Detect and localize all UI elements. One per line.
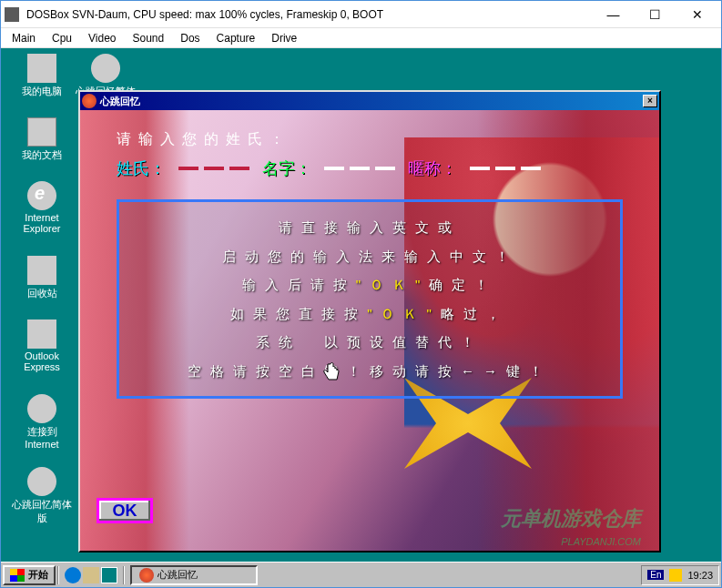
given-name-label: 名字： bbox=[262, 157, 311, 179]
quicklaunch-desktop-icon[interactable] bbox=[101, 567, 117, 583]
windows-flag-icon bbox=[10, 569, 25, 582]
menu-capture[interactable]: Capture bbox=[209, 30, 263, 46]
titlebar: DOSBox SVN-Daum, CPU speed: max 100% cyc… bbox=[1, 1, 721, 28]
icon-connect[interactable]: 连接到 Internet bbox=[10, 394, 74, 450]
icon-my-documents[interactable]: 我的文档 bbox=[10, 117, 74, 162]
window-title: DOSBox SVN-Daum, CPU speed: max 100% cyc… bbox=[26, 8, 593, 21]
system-tray: En 19:23 bbox=[641, 565, 719, 585]
icon-label: 回收站 bbox=[27, 287, 57, 300]
ok-button[interactable]: OK bbox=[97, 498, 153, 523]
app-icon bbox=[5, 7, 19, 22]
help-line: 系统 以预设值替代！ bbox=[127, 328, 613, 357]
separator bbox=[57, 566, 59, 584]
menu-sound[interactable]: Sound bbox=[126, 30, 172, 46]
menu-main[interactable]: Main bbox=[5, 30, 43, 46]
task-label: 心跳回忆 bbox=[158, 568, 198, 582]
start-button[interactable]: 开始 bbox=[3, 565, 56, 585]
clock[interactable]: 19:23 bbox=[687, 570, 713, 581]
icon-ie[interactable]: Internet Explorer bbox=[10, 181, 74, 234]
app-window: DOSBox SVN-Daum, CPU speed: max 100% cyc… bbox=[0, 0, 722, 588]
help-line: 输入后请按"ＯＫ"确定！ bbox=[127, 270, 613, 299]
help-line: 启动您的输入法来输入中文！ bbox=[127, 242, 613, 271]
close-button[interactable]: ✕ bbox=[676, 2, 717, 27]
nickname-input[interactable] bbox=[470, 167, 541, 170]
menubar: Main Cpu Video Sound Dos Capture Drive bbox=[1, 28, 721, 48]
menu-video[interactable]: Video bbox=[81, 30, 123, 46]
nickname-label: 暱称： bbox=[408, 157, 457, 179]
volume-icon[interactable] bbox=[669, 569, 682, 582]
minimize-button[interactable]: — bbox=[593, 2, 634, 27]
computer-icon bbox=[27, 54, 56, 83]
icon-label: Internet Explorer bbox=[10, 212, 74, 234]
given-name-input[interactable] bbox=[324, 167, 395, 170]
game-titlebar[interactable]: 心跳回忆 × bbox=[80, 92, 659, 110]
name-fields: 姓氏： 名字： 暱称： bbox=[117, 157, 623, 179]
desktop[interactable]: 我的电脑 心跳回忆繁体 我的文档 Internet Explorer 回收站 O… bbox=[1, 48, 721, 587]
game-window: 心跳回忆 × 请输入您的姓氏： 姓氏： 名字： bbox=[78, 90, 661, 553]
help-line: 如果您直接按"ＯＫ"略过， bbox=[127, 299, 613, 329]
help-line: 空格请按空白键！移动请按←→键！ bbox=[127, 357, 613, 386]
icon-label: Outlook Express bbox=[10, 350, 74, 372]
game-icon bbox=[91, 54, 120, 83]
game-icon bbox=[139, 568, 154, 583]
watermark-url: PLAYDANJI.COM bbox=[561, 536, 641, 547]
name-entry-prompt: 请输入您的姓氏： bbox=[117, 130, 623, 149]
watermark: 元单机游戏仓库 bbox=[501, 505, 641, 532]
window-controls: — ☐ ✕ bbox=[593, 2, 717, 27]
surname-label: 姓氏： bbox=[117, 157, 166, 179]
game-viewport: 请输入您的姓氏： 姓氏： 名字： 暱称： 请直接输入 bbox=[80, 110, 659, 551]
help-box: 请直接输入英文或 启动您的输入法来输入中文！ 输入后请按"ＯＫ"确定！ 如果您直… bbox=[117, 199, 623, 399]
outlook-icon bbox=[27, 319, 56, 349]
icon-game-simp[interactable]: 心跳回忆简体版 bbox=[10, 467, 74, 525]
menu-drive[interactable]: Drive bbox=[264, 30, 304, 46]
icon-label: 我的文档 bbox=[22, 148, 62, 162]
folder-icon bbox=[27, 117, 56, 147]
maximize-button[interactable]: ☐ bbox=[635, 2, 676, 27]
quicklaunch-outlook-icon[interactable] bbox=[83, 567, 99, 583]
recycle-icon bbox=[27, 256, 56, 285]
start-label: 开始 bbox=[28, 568, 48, 582]
surname-input[interactable] bbox=[178, 167, 249, 170]
icon-label: 我的电脑 bbox=[22, 85, 62, 98]
icon-label: 连接到 Internet bbox=[10, 425, 74, 450]
menu-dos[interactable]: Dos bbox=[173, 30, 207, 46]
game-icon bbox=[27, 467, 56, 496]
ime-indicator[interactable]: En bbox=[647, 570, 664, 580]
icon-outlook[interactable]: Outlook Express bbox=[10, 319, 74, 372]
menu-cpu[interactable]: Cpu bbox=[45, 30, 79, 46]
quick-launch bbox=[61, 567, 121, 583]
quicklaunch-ie-icon[interactable] bbox=[65, 567, 81, 583]
icon-my-computer[interactable]: 我的电脑 bbox=[10, 54, 74, 98]
game-window-title: 心跳回忆 bbox=[100, 95, 643, 108]
game-close-button[interactable]: × bbox=[643, 95, 657, 107]
connect-icon bbox=[27, 394, 56, 423]
taskbar-app-button[interactable]: 心跳回忆 bbox=[130, 565, 258, 585]
icon-recycle[interactable]: 回收站 bbox=[10, 256, 74, 300]
taskbar: 开始 心跳回忆 En 19:23 bbox=[1, 562, 721, 587]
ie-icon bbox=[27, 181, 56, 210]
separator bbox=[123, 566, 125, 584]
game-app-icon bbox=[82, 94, 97, 108]
help-line: 请直接输入英文或 bbox=[127, 213, 613, 242]
cursor-hand-icon bbox=[320, 361, 342, 383]
icon-label: 心跳回忆简体版 bbox=[10, 498, 74, 525]
